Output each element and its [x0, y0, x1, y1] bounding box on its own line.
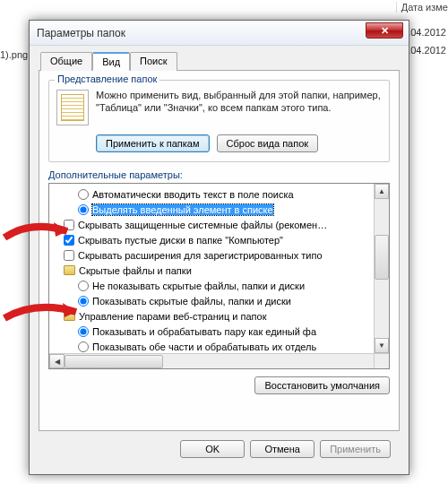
radio-show-hidden[interactable]	[78, 296, 89, 307]
group-web-pairs[interactable]: Управление парами веб-страниц и папок	[49, 308, 389, 324]
close-icon: ✕	[381, 25, 389, 37]
radio-dont-show-hidden[interactable]	[78, 281, 89, 291]
bg-file-name: 1).png	[0, 49, 28, 60]
reset-folders-button[interactable]: Сброс вида папок	[217, 134, 319, 152]
opt-hide-protected[interactable]: Скрывать защищенные системные файлы (рек…	[49, 217, 389, 232]
opt-hide-extensions-label: Скрывать расширения для зарегистрированн…	[78, 250, 323, 261]
tab-search[interactable]: Поиск	[130, 52, 177, 71]
close-button[interactable]: ✕	[366, 22, 403, 39]
opt-pair-single[interactable]: Показывать и обрабатывать пару как едины…	[49, 324, 389, 339]
radio-pair-both[interactable]	[78, 341, 89, 352]
opt-hide-extensions[interactable]: Скрывать расширения для зарегистрированн…	[49, 247, 389, 263]
dialog-title: Параметры папок	[37, 27, 125, 39]
opt-select-typed-label: Выделять введенный элемент в списке	[92, 204, 273, 215]
folder-preview-icon	[56, 90, 89, 125]
group-web-pairs-label: Управление парами веб-страниц и папок	[79, 311, 266, 322]
cancel-button[interactable]: Отмена	[250, 440, 314, 458]
hscroll-track[interactable]	[65, 354, 374, 368]
opt-dont-show-hidden-label: Не показывать скрытые файлы, папки и дис…	[92, 281, 305, 291]
opt-show-hidden[interactable]: Показывать скрытые файлы, папки и диски	[49, 293, 389, 308]
tab-strip: Общие Вид Поиск	[39, 51, 400, 71]
tab-view-label: Вид	[102, 56, 120, 67]
radio-pair-single[interactable]	[78, 326, 89, 337]
apply-button[interactable]: Применить	[320, 440, 391, 458]
opt-pair-both-label: Показывать обе части и обрабатывать их о…	[92, 341, 316, 352]
opt-pair-both[interactable]: Показывать обе части и обрабатывать их о…	[49, 339, 389, 354]
group-hidden-files[interactable]: Скрытые файлы и папки	[49, 263, 389, 278]
check-hide-empty-drives[interactable]	[64, 235, 74, 246]
scroll-down-button[interactable]: ▼	[375, 338, 389, 353]
opt-hide-protected-label: Скрывать защищенные системные файлы (рек…	[78, 220, 327, 230]
tab-search-label: Поиск	[140, 56, 167, 66]
opt-pair-single-label: Показывать и обрабатывать пару как едины…	[92, 326, 316, 337]
titlebar[interactable]: Параметры папок ✕	[30, 21, 409, 46]
radio-select-typed[interactable]	[78, 204, 89, 215]
advanced-settings-label: Дополнительные параметры:	[48, 169, 390, 180]
check-hide-protected[interactable]	[64, 220, 74, 230]
apply-to-folders-button[interactable]: Применить к папкам	[96, 134, 210, 152]
hscroll-thumb[interactable]	[65, 355, 163, 368]
restore-defaults-button[interactable]: Восстановить умолчания	[254, 376, 390, 394]
advanced-settings-rows: Автоматически вводить текст в поле поиск…	[49, 184, 389, 354]
scroll-corner	[374, 353, 389, 368]
opt-hide-empty-drives[interactable]: Скрывать пустые диски в папке "Компьютер…	[49, 232, 389, 247]
opt-dont-show-hidden[interactable]: Не показывать скрытые файлы, папки и дис…	[49, 278, 389, 293]
check-hide-extensions[interactable]	[64, 250, 74, 261]
dialog-body: Общие Вид Поиск Представление папок Можн…	[30, 46, 409, 467]
opt-select-typed[interactable]: Выделять введенный элемент в списке	[49, 202, 389, 217]
tab-view[interactable]: Вид	[92, 52, 130, 71]
folder-options-dialog: Параметры папок ✕ Общие Вид Поиск Предст…	[29, 20, 409, 475]
horizontal-scrollbar[interactable]: ◀ ▶	[49, 353, 389, 368]
tab-general-label: Общие	[50, 56, 82, 66]
opt-auto-type[interactable]: Автоматически вводить текст в поле поиск…	[49, 186, 389, 202]
folder-icon	[64, 265, 75, 275]
folder-views-group-title: Представление папок	[55, 73, 159, 84]
folder-views-text: Можно применить вид, выбранный для этой …	[96, 90, 382, 125]
radio-auto-type[interactable]	[78, 189, 89, 200]
vertical-scrollbar[interactable]: ▲ ▼	[374, 184, 389, 353]
bg-column-header: Дата изме	[396, 2, 448, 13]
tab-general[interactable]: Общие	[40, 52, 92, 71]
ok-button[interactable]: OK	[180, 440, 245, 458]
advanced-settings-tree[interactable]: Автоматически вводить текст в поле поиск…	[48, 183, 390, 369]
folder-icon	[64, 311, 75, 321]
tab-page-view: Представление папок Можно применить вид,…	[39, 71, 400, 431]
dialog-buttons: OK Отмена Применить	[39, 431, 400, 458]
opt-show-hidden-label: Показывать скрытые файлы, папки и диски	[92, 296, 291, 307]
vscroll-thumb[interactable]	[375, 235, 389, 280]
folder-views-group: Представление папок Можно применить вид,…	[48, 80, 390, 162]
scroll-left-button[interactable]: ◀	[49, 354, 65, 368]
scroll-up-button[interactable]: ▲	[375, 184, 389, 199]
group-hidden-files-label: Скрытые файлы и папки	[79, 265, 192, 276]
opt-hide-empty-drives-label: Скрывать пустые диски в папке "Компьютер…	[78, 235, 283, 246]
opt-auto-type-label: Автоматически вводить текст в поле поиск…	[92, 189, 294, 200]
